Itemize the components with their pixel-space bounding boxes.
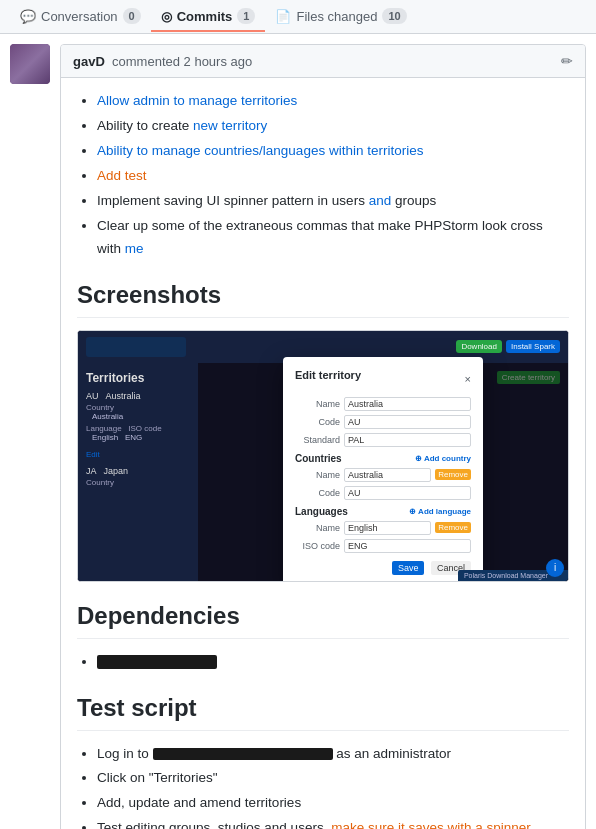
list-item: Allow admin to manage territories [97,90,569,113]
redacted-dependency [97,655,217,669]
mock-content: Territories AU Australia Country Austral… [78,363,568,581]
lang-name-label: Name [295,523,340,533]
countries-label: Countries [295,453,342,464]
avatar [10,44,50,84]
comment-author: gavD [73,54,105,69]
feature-link-1[interactable]: Allow admin to manage territories [97,93,297,108]
feature-link-3[interactable]: Ability to manage countries/languages wi… [97,143,423,158]
list-item: Click on "Territories" [97,767,569,790]
mock-main-area: Create territory Edit territory × [198,363,568,581]
languages-label: Languages [295,506,348,517]
code-input[interactable]: AU [344,415,471,429]
comment-body: Allow admin to manage territories Abilit… [61,78,585,829]
country-name-input[interactable]: Australia [344,468,431,482]
edit-icon[interactable]: ✏ [561,53,573,69]
mock-app: Download Install Spark Territories AU Au… [78,331,568,581]
list-item: Clear up some of the extraneous commas t… [97,215,569,261]
edit-territory-modal: Edit territory × Name Australia [283,357,483,581]
lang-iso-field: ISO code ENG [295,539,471,553]
feature-link-2[interactable]: new territory [193,118,267,133]
lang-iso-input[interactable]: ENG [344,539,471,553]
tab-bar: 💬 Conversation 0 ◎ Commits 1 📄 Files cha… [0,0,596,34]
dependencies-heading: Dependencies [77,602,569,639]
mock-screenshot: Download Install Spark Territories AU Au… [78,331,568,581]
mock-search-bar [86,337,186,357]
add-country-btn[interactable]: ⊕ Add country [415,454,471,463]
country-code-field: Code AU [295,486,471,500]
feature-list: Allow admin to manage territories Abilit… [77,90,569,261]
mock-sidebar-title: Territories [86,371,190,385]
lang-name-input[interactable]: English [344,521,431,535]
save-button[interactable]: Save [392,561,425,575]
modal-title: Edit territory [295,369,361,381]
tab-conversation-label: Conversation [41,9,118,24]
list-item: Test editing groups, studios and users, … [97,817,569,829]
avatar-image [10,44,50,84]
tab-conversation-badge: 0 [123,8,141,24]
list-item: Ability to manage countries/languages wi… [97,140,569,163]
tab-conversation[interactable]: 💬 Conversation 0 [10,2,151,32]
screenshots-heading: Screenshots [77,281,569,318]
screenshot-container: Download Install Spark Territories AU Au… [77,330,569,582]
feature-text-4: Add test [97,168,147,183]
test-link-url[interactable] [153,746,333,761]
remove-country-btn[interactable]: Remove [435,469,471,480]
modal-overlay: Edit territory × Name Australia [198,363,568,581]
add-language-btn[interactable]: ⊕ Add language [409,507,471,516]
code-label: Code [295,417,340,427]
list-item: Implement saving UI spinner pattern in u… [97,190,569,213]
list-item: Add test [97,165,569,188]
tab-commits[interactable]: ◎ Commits 1 [151,2,266,32]
circle-btn[interactable]: i [546,559,564,577]
tab-files-label: Files changed [296,9,377,24]
mock-install-btn: Install Spark [506,340,560,353]
standard-label: Standard [295,435,340,445]
feature-link-6[interactable]: me [125,241,144,256]
code-field: Code AU [295,415,471,429]
remove-language-btn[interactable]: Remove [435,522,471,533]
list-item: Ability to create new territory [97,115,569,138]
name-input[interactable]: Australia [344,397,471,411]
name-label: Name [295,399,340,409]
tab-commits-badge: 1 [237,8,255,24]
languages-section: Languages ⊕ Add language [295,506,471,517]
main-content: gavD commented 2 hours ago ✏ Allow admin… [0,34,596,829]
standard-input[interactable]: PAL [344,433,471,447]
comment-header: gavD commented 2 hours ago ✏ [61,45,585,78]
comment-box: gavD commented 2 hours ago ✏ Allow admin… [60,44,586,829]
country-code-input[interactable]: AU [344,486,471,500]
countries-section: Countries ⊕ Add country [295,453,471,464]
commits-icon: ◎ [161,9,172,24]
country-code-label: Code [295,488,340,498]
comment-timestamp: commented 2 hours ago [112,54,252,69]
conversation-icon: 💬 [20,9,36,24]
files-icon: 📄 [275,9,291,24]
lang-name-field: Name English Remove [295,521,471,535]
test-orange-text: make sure it saves with a spinner [331,820,531,829]
test-script-heading: Test script [77,694,569,731]
country-name-label: Name [295,470,340,480]
list-item [97,651,569,674]
list-item: Log in to as an administrator [97,743,569,766]
dependencies-list [77,651,569,674]
name-field: Name Australia [295,397,471,411]
mock-download-btn: Download [456,340,502,353]
tab-commits-label: Commits [177,9,233,24]
feature-link-5[interactable]: and [369,193,392,208]
modal-close-icon[interactable]: × [465,373,471,385]
modal-footer: Save Cancel [295,561,471,575]
tab-files-changed[interactable]: 📄 Files changed 10 [265,2,416,32]
country-name-field: Name Australia Remove [295,468,471,482]
comment-meta: gavD commented 2 hours ago [73,54,252,69]
test-script-list: Log in to as an administrator Click on "… [77,743,569,830]
tab-files-badge: 10 [382,8,406,24]
mock-sidebar: Territories AU Australia Country Austral… [78,363,198,581]
lang-iso-label: ISO code [295,541,340,551]
list-item: Add, update and amend territories [97,792,569,815]
standard-field: Standard PAL [295,433,471,447]
